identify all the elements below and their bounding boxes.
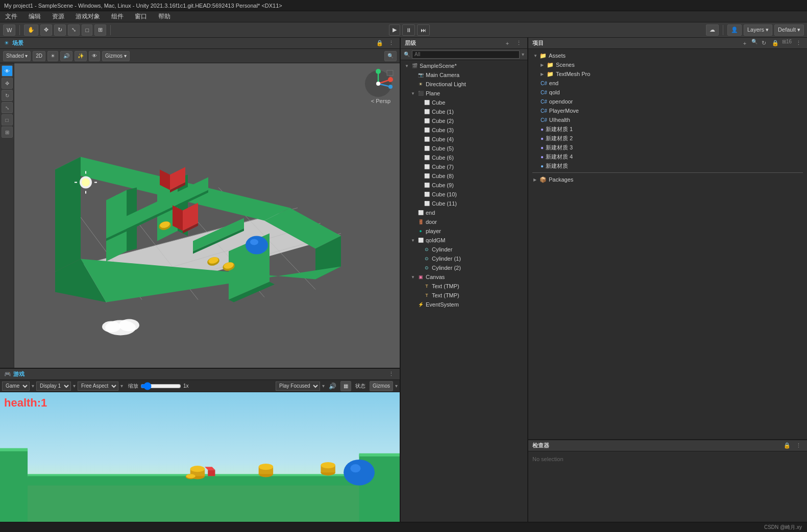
project-packages-folder[interactable]: ▶ 📦 Packages bbox=[532, 175, 803, 184]
scene-rect2-btn[interactable]: □ bbox=[2, 114, 13, 125]
menu-file[interactable]: 文件 bbox=[3, 11, 19, 22]
toolbar-move-btn[interactable]: ✥ bbox=[40, 24, 52, 36]
toolbar-rotate-btn[interactable]: ↻ bbox=[54, 24, 66, 36]
project-refresh-icon[interactable]: ↻ bbox=[760, 39, 769, 48]
hierarchy-more-icon[interactable]: ⋮ bbox=[514, 39, 523, 48]
project-file-end[interactable]: C# end bbox=[532, 79, 803, 88]
menu-gameobject[interactable]: 游戏对象 bbox=[74, 11, 102, 22]
project-file-uihealth[interactable]: C# UIhealth bbox=[532, 115, 803, 124]
project-search-icon[interactable]: 🔍 bbox=[751, 39, 757, 48]
project-file-opendoor[interactable]: C# opendoor bbox=[532, 97, 803, 106]
tree-canvas[interactable]: ▼ ▣ Canvas bbox=[401, 272, 527, 282]
project-add-icon[interactable]: + bbox=[740, 39, 749, 48]
menu-edit[interactable]: 编辑 bbox=[27, 11, 43, 22]
scene-more-icon[interactable]: ⋮ bbox=[386, 39, 396, 48]
toolbar-account-btn[interactable]: 👤 bbox=[727, 24, 742, 36]
scale-slider[interactable] bbox=[140, 383, 181, 389]
project-more-icon[interactable]: ⋮ bbox=[794, 39, 803, 48]
tree-cube-6[interactable]: ⬜ Cube (5) bbox=[401, 144, 527, 153]
inspector-lock-icon[interactable]: 🔒 bbox=[782, 441, 792, 450]
tree-eventsystem[interactable]: ⚡ EventSystem bbox=[401, 300, 527, 309]
scene-gizmos-btn[interactable]: Gizmos ▾ bbox=[102, 51, 130, 61]
step-button[interactable]: ⏭ bbox=[417, 24, 430, 36]
project-assets-folder[interactable]: ▼ 📁 Assets bbox=[532, 51, 803, 60]
tree-text-tmp-2[interactable]: T Text (TMP) bbox=[401, 291, 527, 300]
menu-help[interactable]: 帮助 bbox=[156, 11, 173, 22]
scene-tab-label[interactable]: 场景 bbox=[12, 39, 23, 47]
playfocused-select[interactable]: Play Focused bbox=[276, 382, 320, 391]
project-file-playermove[interactable]: C# PlayerMove bbox=[532, 106, 803, 115]
project-file-matblue[interactable]: ● 新建材质 bbox=[532, 161, 803, 170]
scene-lock-icon[interactable]: 🔒 bbox=[375, 39, 384, 48]
tree-cylinder-1[interactable]: ⊙ Cylinder bbox=[401, 245, 527, 254]
project-file-mat3[interactable]: ● 新建材质 3 bbox=[532, 143, 803, 152]
hierarchy-filter-icon[interactable]: ▾ bbox=[522, 52, 524, 57]
hierarchy-search-input[interactable] bbox=[412, 50, 520, 59]
toolbar-w-btn[interactable]: W bbox=[3, 24, 15, 36]
game-more-icon[interactable]: ⋮ bbox=[386, 370, 396, 379]
game-tab-label[interactable]: 游戏 bbox=[13, 370, 25, 378]
tree-maincamera[interactable]: 📷 Main Camera bbox=[401, 70, 527, 80]
tree-cube-11[interactable]: ⬜ Cube (10) bbox=[401, 190, 527, 199]
scene-grid-btn[interactable]: ⊞ bbox=[2, 126, 13, 138]
scene-2d-btn[interactable]: 2D bbox=[33, 51, 45, 61]
tree-cube-3[interactable]: ⬜ Cube (2) bbox=[401, 116, 527, 125]
play-button[interactable]: ▶ bbox=[389, 24, 400, 36]
tree-cube-9[interactable]: ⬜ Cube (8) bbox=[401, 171, 527, 181]
tree-cube-2[interactable]: ⬜ Cube (1) bbox=[401, 107, 527, 116]
tree-door[interactable]: 🚪 door bbox=[401, 217, 527, 226]
tree-cube-10[interactable]: ⬜ Cube (9) bbox=[401, 181, 527, 190]
tree-cube-8[interactable]: ⬜ Cube (7) bbox=[401, 162, 527, 171]
scene-gizmo[interactable] bbox=[363, 68, 394, 99]
audio-icon[interactable]: 🔊 bbox=[329, 383, 336, 390]
tree-samplescene[interactable]: ▼ 🎬 SampleScene* bbox=[401, 61, 527, 70]
scene-shading-btn[interactable]: Shaded ▾ bbox=[3, 51, 31, 61]
scene-move2-btn[interactable]: ✥ bbox=[2, 78, 13, 89]
scene-canvas[interactable]: 👁 ✥ ↻ ⤡ □ ⊞ bbox=[0, 63, 400, 368]
tree-qoldgm[interactable]: ▼ ⬜ qoldGM bbox=[401, 236, 527, 245]
project-file-qold[interactable]: C# qold bbox=[532, 88, 803, 97]
scene-scale2-btn[interactable]: ⤡ bbox=[2, 102, 13, 113]
scene-audio-btn[interactable]: 🔊 bbox=[60, 51, 72, 61]
tree-cube-12[interactable]: ⬜ Cube (11) bbox=[401, 199, 527, 208]
menu-window[interactable]: 窗口 bbox=[133, 11, 149, 22]
project-file-mat4[interactable]: ● 新建材质 4 bbox=[532, 152, 803, 161]
project-scenes-folder[interactable]: ▶ 📁 Scenes bbox=[532, 60, 803, 69]
scene-search-btn[interactable]: 🔍 bbox=[384, 51, 397, 61]
toolbar-scale-btn[interactable]: ⤡ bbox=[68, 24, 80, 36]
aspect-select[interactable]: Free Aspect bbox=[78, 382, 118, 391]
tree-cube-1[interactable]: ⬜ Cube bbox=[401, 98, 527, 107]
project-lock-icon[interactable]: 🔒 bbox=[771, 39, 780, 48]
toolbar-layers-btn[interactable]: Layers ▾ bbox=[744, 24, 772, 36]
scene-fx-btn[interactable]: ✨ bbox=[75, 51, 87, 61]
menu-component[interactable]: 组件 bbox=[109, 11, 126, 22]
project-file-mat1[interactable]: ● 新建材质 1 bbox=[532, 124, 803, 134]
tree-directionallight[interactable]: ☀ Directional Light bbox=[401, 80, 527, 89]
tree-text-tmp-1[interactable]: T Text (TMP) bbox=[401, 282, 527, 291]
game-select[interactable]: Game bbox=[2, 382, 30, 391]
tree-cube-5[interactable]: ⬜ Cube (4) bbox=[401, 135, 527, 144]
project-textmeshpro-folder[interactable]: ▶ 📁 TextMesh Pro bbox=[532, 69, 803, 79]
game-gizmos-btn[interactable]: Gizmos bbox=[370, 381, 393, 391]
toolbar-rect-btn[interactable]: □ bbox=[82, 24, 92, 36]
scene-light-btn[interactable]: ☀ bbox=[47, 51, 58, 61]
menu-assets[interactable]: 资源 bbox=[50, 11, 66, 22]
toolbar-collab-btn[interactable]: ☁ bbox=[706, 24, 719, 36]
toolbar-hand-btn[interactable]: ✋ bbox=[24, 24, 38, 36]
tree-end[interactable]: ⬜ end bbox=[401, 208, 527, 217]
tree-cylinder-3[interactable]: ⊙ Cylinder (2) bbox=[401, 263, 527, 272]
scene-rotate2-btn[interactable]: ↻ bbox=[2, 90, 13, 101]
game-stats-btn[interactable]: ▦ bbox=[340, 381, 351, 391]
tree-cube-7[interactable]: ⬜ Cube (6) bbox=[401, 153, 527, 162]
toolbar-transform-btn[interactable]: ⊞ bbox=[94, 24, 106, 36]
pause-button[interactable]: ⏸ bbox=[402, 24, 415, 36]
display-select[interactable]: Display 1 bbox=[36, 382, 71, 391]
project-file-mat2[interactable]: ● 新建材质 2 bbox=[532, 134, 803, 143]
tree-cylinder-2[interactable]: ⊙ Cylinder (1) bbox=[401, 254, 527, 263]
hierarchy-add-icon[interactable]: + bbox=[503, 39, 512, 48]
toolbar-layout-btn[interactable]: Default ▾ bbox=[774, 24, 804, 36]
tree-plane[interactable]: ▼ ⬛ Plane bbox=[401, 89, 527, 98]
tree-player[interactable]: ● player bbox=[401, 226, 527, 236]
scene-hidden-btn[interactable]: 👁 bbox=[89, 51, 100, 61]
scene-eye-btn[interactable]: 👁 bbox=[2, 65, 13, 77]
